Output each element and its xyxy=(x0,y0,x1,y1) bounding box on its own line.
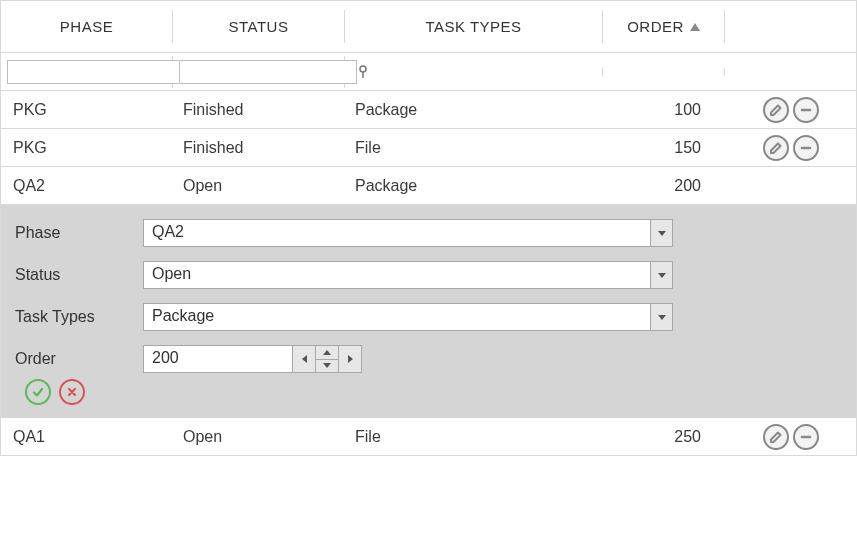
edit-label-status: Status xyxy=(11,266,143,284)
confirm-edit-button[interactable] xyxy=(25,379,51,405)
delete-button[interactable] xyxy=(793,424,819,450)
table-row: QA1 Open File 250 xyxy=(1,417,856,455)
chevron-right-icon xyxy=(348,355,353,363)
cell-status: Open xyxy=(173,420,345,454)
inline-edit-panel: Phase QA2 Status Open Task Types Package… xyxy=(1,204,856,417)
cell-status: Open xyxy=(173,169,345,203)
filter-status-input[interactable] xyxy=(179,60,357,84)
table-row: QA2 Open Package 200 xyxy=(1,166,856,204)
column-header-row: PHASE STATUS TASK TYPES ORDER xyxy=(1,0,856,52)
cell-order: 150 xyxy=(603,131,725,165)
chevron-down-icon xyxy=(323,363,331,368)
filter-row xyxy=(1,52,856,90)
chevron-left-icon xyxy=(302,355,307,363)
cell-order: 200 xyxy=(603,169,725,203)
edit-button[interactable] xyxy=(763,97,789,123)
order-decrement-button[interactable] xyxy=(315,359,339,374)
phase-select-value: QA2 xyxy=(144,220,650,246)
column-header-task-types[interactable]: TASK TYPES xyxy=(345,10,603,43)
cell-status: Finished xyxy=(173,131,345,165)
table-row: PKG Finished Package 100 xyxy=(1,90,856,128)
column-header-order[interactable]: ORDER xyxy=(603,10,725,43)
check-icon xyxy=(31,385,45,399)
status-select-value: Open xyxy=(144,262,650,288)
task-types-select[interactable]: Package xyxy=(143,303,673,331)
sort-ascending-icon xyxy=(690,23,700,31)
order-increment-button[interactable] xyxy=(315,345,339,360)
task-grid: PHASE STATUS TASK TYPES ORDER xyxy=(0,0,857,456)
status-select[interactable]: Open xyxy=(143,261,673,289)
chevron-down-icon[interactable] xyxy=(650,262,672,288)
phase-select[interactable]: QA2 xyxy=(143,219,673,247)
cancel-edit-button[interactable] xyxy=(59,379,85,405)
edit-label-task-types: Task Types xyxy=(11,308,143,326)
chevron-up-icon xyxy=(323,350,331,355)
edit-label-phase: Phase xyxy=(11,224,143,242)
order-decrement-large-button[interactable] xyxy=(292,345,316,373)
table-row: PKG Finished File 150 xyxy=(1,128,856,166)
cell-order: 100 xyxy=(603,93,725,127)
cell-status: Finished xyxy=(173,93,345,127)
edit-label-order: Order xyxy=(11,350,143,368)
filter-phase-input[interactable] xyxy=(7,60,185,84)
cell-phase: PKG xyxy=(1,131,173,165)
cell-order: 250 xyxy=(603,420,725,454)
chevron-down-icon[interactable] xyxy=(650,304,672,330)
delete-button[interactable] xyxy=(793,97,819,123)
cell-task-types: File xyxy=(345,131,603,165)
cell-phase: QA2 xyxy=(1,169,173,203)
order-spinner: 200 xyxy=(143,345,362,373)
cell-phase: QA1 xyxy=(1,420,173,454)
column-header-actions xyxy=(725,23,856,31)
column-header-phase[interactable]: PHASE xyxy=(1,10,173,43)
task-types-select-value: Package xyxy=(144,304,650,330)
delete-button[interactable] xyxy=(793,135,819,161)
cell-task-types: Package xyxy=(345,93,603,127)
cell-task-types: File xyxy=(345,420,603,454)
order-increment-large-button[interactable] xyxy=(338,345,362,373)
order-input[interactable]: 200 xyxy=(143,345,293,373)
column-header-status[interactable]: STATUS xyxy=(173,10,345,43)
cell-task-types: Package xyxy=(345,169,603,203)
close-icon xyxy=(65,385,79,399)
cell-phase: PKG xyxy=(1,93,173,127)
edit-button[interactable] xyxy=(763,135,789,161)
edit-button[interactable] xyxy=(763,424,789,450)
chevron-down-icon[interactable] xyxy=(650,220,672,246)
